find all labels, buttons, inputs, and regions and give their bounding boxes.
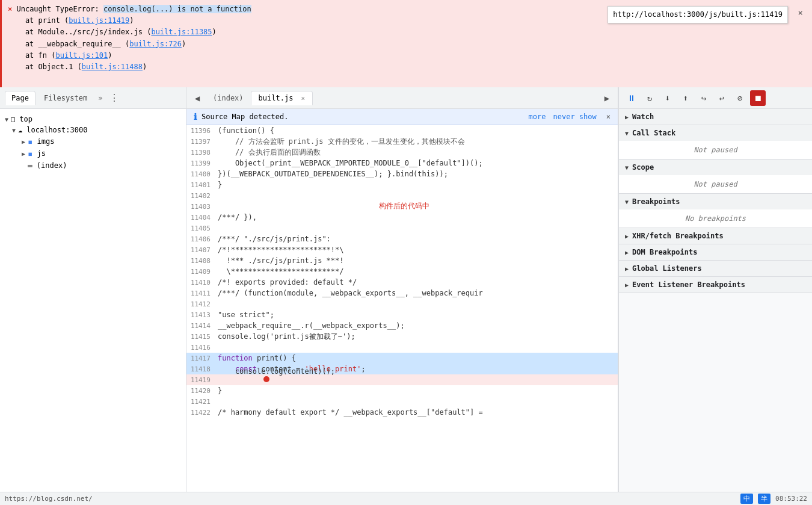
source-map-more-link[interactable]: more: [529, 113, 546, 121]
watch-section-header[interactable]: ▶ Watch: [619, 109, 812, 125]
code-line-11411: 11411 /***/ (function(module, __webpack_…: [186, 288, 618, 299]
code-line-11417: 11417 function print() {: [186, 353, 618, 364]
code-line-11416: 11416: [186, 342, 618, 353]
event-listener-label: Event Listener Breakpoints: [632, 280, 745, 289]
tree-arrow-localhost: ▼: [12, 127, 16, 134]
code-line-11409: 11409 \*************************/: [186, 266, 618, 277]
error-close-btn[interactable]: ×: [798, 6, 803, 19]
breakpoints-header[interactable]: ▼ Breakpoints: [619, 194, 812, 209]
editor-back-btn[interactable]: ◀: [189, 90, 206, 107]
code-line-11406: 11406 /***/ "./src/js/print.js":: [186, 234, 618, 244]
debug-toolbar: ⏸ ↻ ⬇ ⬆ ↪ ↩ ⊘ ⏹: [619, 87, 812, 109]
tree-item-imgs[interactable]: ▶ ▪ imgs: [0, 135, 186, 147]
editor-tab-index-label: (index): [213, 94, 244, 102]
scope-label: Scope: [632, 163, 654, 172]
debug-pause-btn[interactable]: ⏸: [624, 90, 639, 106]
source-map-notice: ℹ Source Map detected. more never show ×: [186, 109, 618, 125]
source-map-close[interactable]: ×: [606, 113, 611, 121]
status-time: 08:53:22: [775, 495, 807, 503]
code-line-11419: 11419 console.log(content)();: [186, 374, 618, 385]
editor-tab-index[interactable]: (index): [206, 91, 251, 105]
call-stack-header[interactable]: ▼ Call Stack: [619, 125, 812, 141]
error-url-box: http://localhost:3000/js/built.js:11419: [607, 6, 788, 23]
code-line-11402: 11402: [186, 190, 618, 201]
tree-arrow-js: ▶: [22, 150, 25, 157]
xhr-breakpoints-header[interactable]: ▶ XHR/fetch Breakpoints: [619, 228, 812, 244]
code-line-11396: 11396 (function() {: [186, 125, 618, 136]
xhr-label: XHR/fetch Breakpoints: [632, 232, 724, 240]
code-line-11398: 11398 // 会执行后面的回调函数: [186, 147, 618, 158]
error-link-2[interactable]: built.js:11385: [151, 28, 212, 36]
breakpoints-arrow: ▼: [625, 199, 629, 205]
left-panel: Page Filesystem » ⋮ ▼ □ top ▼ ☁ localhos…: [0, 87, 186, 505]
scope-content: Not paused: [619, 175, 812, 193]
tree-arrow-imgs: ▶: [22, 138, 25, 145]
call-stack-section: ▼ Call Stack Not paused: [619, 125, 812, 160]
tree-item-index[interactable]: ▶ ▬ (index): [0, 160, 186, 171]
status-bar-right: 中 半 08:53:22: [740, 494, 807, 504]
source-map-never-link[interactable]: never show: [553, 113, 597, 121]
error-link-3[interactable]: built.js:726: [129, 40, 182, 48]
scope-status: Not paused: [694, 180, 737, 188]
tabs-chevron[interactable]: »: [96, 93, 105, 104]
breakpoint-dot-11419[interactable]: [263, 376, 269, 382]
debug-step-into-btn[interactable]: ⬆: [678, 90, 694, 106]
error-link-1[interactable]: built.js:11419: [69, 16, 129, 25]
tabs-menu-btn[interactable]: ⋮: [109, 92, 119, 104]
breakpoints-content: No breakpoints: [619, 209, 812, 228]
code-line-11397: 11397 // 方法会监听 print.js 文件的变化，一旦发生变化，其他模…: [186, 136, 618, 147]
event-listener-arrow: ▶: [625, 282, 629, 288]
editor-tabs: ◀ (index) built.js × ▶: [186, 87, 618, 109]
editor-tab-end-btn[interactable]: ▶: [598, 90, 615, 107]
global-arrow: ▶: [625, 265, 629, 272]
editor-tab-builtjs[interactable]: built.js ×: [251, 91, 313, 105]
code-line-11422: 11422 /* harmony default export */ __web…: [186, 407, 618, 418]
event-listener-breakpoints-header[interactable]: ▶ Event Listener Breakpoints: [619, 277, 812, 293]
tree-item-localhost[interactable]: ▼ ☁ localhost:3000: [0, 125, 186, 135]
error-highlight: console.log(...) is not a function: [103, 5, 251, 13]
error-icon: ×: [8, 5, 12, 13]
debug-refresh-btn[interactable]: ↻: [642, 90, 657, 106]
tree-label-js: js: [37, 149, 45, 158]
code-line-11404: 11404 /***/ }),: [186, 212, 618, 223]
error-banner: × Uncaught TypeError: console.log(...) i…: [0, 0, 812, 87]
debug-stop-btn[interactable]: ⏹: [750, 90, 766, 106]
code-line-11412: 11412: [186, 299, 618, 309]
error-stack-line-3: at __webpack_require__ (built.js:726): [8, 39, 806, 50]
left-tabs-bar: Page Filesystem » ⋮: [0, 87, 186, 109]
debug-step-back-btn[interactable]: ↩: [714, 90, 730, 106]
editor-tab-builtjs-close[interactable]: ×: [301, 94, 306, 102]
tab-filesystem[interactable]: Filesystem: [38, 91, 93, 105]
tree-item-js[interactable]: ▶ ▪ js: [0, 147, 186, 160]
debug-deactivate-btn[interactable]: ⊘: [732, 90, 748, 106]
error-stack-line-2: at Module../src/js/index.js (built.js:11…: [8, 26, 806, 38]
main-layout: Page Filesystem » ⋮ ▼ □ top ▼ ☁ localhos…: [0, 87, 812, 505]
tree-icon-js: ▪: [28, 149, 32, 158]
dom-breakpoints-header[interactable]: ▶ DOM Breakpoints: [619, 244, 812, 261]
watch-section: ▶ Watch: [619, 109, 812, 125]
code-area[interactable]: 11396 (function() { 11397 // 方法会监听 print…: [186, 125, 618, 505]
tree-item-top[interactable]: ▼ □ top: [0, 114, 186, 125]
error-stack-line-4: at fn (built.js:101): [8, 50, 806, 61]
debug-step-out-btn[interactable]: ↪: [696, 90, 712, 106]
scope-header[interactable]: ▼ Scope: [619, 160, 812, 175]
tree-label-imgs: imgs: [37, 137, 54, 146]
code-line-11413: 11413 "use strict";: [186, 309, 618, 320]
tree-arrow-top: ▼: [5, 116, 8, 123]
status-url: https://blog.csdn.net/: [5, 495, 93, 503]
watch-label: Watch: [632, 113, 654, 121]
tab-page[interactable]: Page: [5, 91, 35, 105]
code-line-11415: 11415 console.log('print.js被加载了~');: [186, 331, 618, 342]
middle-panel: ◀ (index) built.js × ▶ ℹ Source Map dete…: [186, 87, 618, 505]
status-cn-badge: 中: [740, 494, 753, 504]
error-link-5[interactable]: built.js:11488: [82, 63, 143, 71]
error-link-4[interactable]: built.js:101: [55, 51, 108, 60]
code-annotation-cn: 构件后的代码中: [379, 201, 429, 211]
global-listeners-header[interactable]: ▶ Global Listeners: [619, 261, 812, 277]
code-line-11414: 11414 __webpack_require__.r(__webpack_ex…: [186, 320, 618, 331]
code-line-11408: 11408 !*** ./src/js/print.js ***!: [186, 255, 618, 266]
error-title-text: Uncaught TypeError:: [16, 5, 103, 13]
debug-step-over-btn[interactable]: ⬇: [660, 90, 675, 106]
code-line-11421: 11421: [186, 396, 618, 407]
breakpoints-label: Breakpoints: [632, 197, 680, 206]
